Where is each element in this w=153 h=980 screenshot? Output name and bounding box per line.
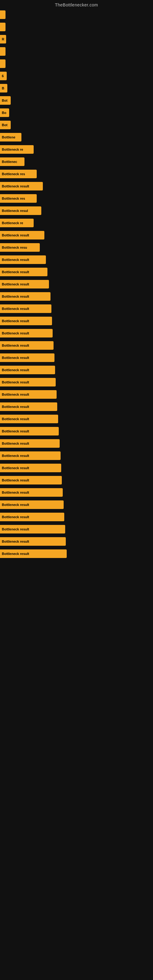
bar-row: Bottleneck resu [0,241,153,254]
result-bar: Bottleneck result [0,402,57,411]
result-bar [0,23,5,31]
bar-row: Bottleneck resul [0,205,153,217]
bar-row: Bottleneck result [0,388,153,401]
bars-container: R6BBotBoBotBottleneBottleneck reBottlene… [0,9,153,560]
bar-row: Bottleneck re [0,143,153,156]
result-bar: Bottlene [0,133,21,142]
result-bar: Bottleneck result [0,439,60,448]
result-bar [0,10,5,19]
result-bar: Bottleneck result [0,488,63,497]
bar-row [0,21,153,33]
result-bar: Bo [0,108,9,117]
result-bar: Bottleneck res [0,194,37,203]
bar-row: Bottleneck result [0,474,153,486]
bar-row: Bottlenec [0,156,153,168]
bar-row: Bottleneck result [0,339,153,352]
result-bar [0,59,5,68]
result-bar: Bottleneck result [0,537,66,546]
bar-row: Bottleneck result [0,266,153,278]
result-bar: Bot [0,96,11,105]
bar-row: Bottleneck result [0,302,153,315]
result-bar: Bottleneck result [0,329,53,337]
result-bar: Bottleneck result [0,464,61,472]
result-bar: Bottleneck result [0,476,62,485]
result-bar: Bottleneck result [0,415,58,423]
result-bar: Bottleneck result [0,427,59,436]
bar-row: Bottleneck result [0,425,153,438]
result-bar: Bottleneck result [0,255,46,264]
result-bar: 6 [0,72,7,80]
bar-row: Bottleneck result [0,486,153,499]
result-bar: Bottleneck resul [0,207,41,215]
site-title: TheBottlenecker.com [0,0,153,9]
bar-row: Bottleneck result [0,352,153,364]
result-bar: Bottleneck result [0,500,64,509]
bar-row: Bottleneck result [0,290,153,302]
result-bar: Bottleneck result [0,182,43,191]
bar-row: Bottleneck result [0,462,153,474]
bar-row: Bottleneck res [0,168,153,180]
bar-row: Bot [0,119,153,131]
bar-row: Bottleneck result [0,535,153,547]
result-bar: Bottleneck res [0,170,37,178]
result-bar: Bottleneck result [0,280,49,288]
bar-row: Bottleneck result [0,180,153,192]
bar-row: Bottleneck result [0,547,153,560]
bar-row: Bottleneck result [0,413,153,425]
bar-row: B [0,82,153,94]
bar-row: Bottleneck result [0,364,153,376]
result-bar: Bottleneck result [0,341,54,350]
result-bar: Bottleneck result [0,378,56,387]
result-bar: Bottleneck re [0,219,33,227]
bar-row: Bottleneck result [0,327,153,339]
bar-row: Bo [0,107,153,119]
result-bar: Bottleneck result [0,317,52,325]
result-bar: Bottleneck result [0,525,65,533]
bar-row: Bottleneck result [0,315,153,327]
result-bar: Bottleneck result [0,452,61,460]
bar-row: Bottleneck result [0,438,153,450]
bar-row: Bottleneck result [0,401,153,413]
bar-row [0,57,153,70]
bar-row: 6 [0,70,153,82]
bar-row: Bottleneck result [0,254,153,266]
result-bar: Bottleneck result [0,390,57,399]
result-bar: Bottlenec [0,158,24,166]
result-bar: Bot [0,121,11,129]
bar-row: Bottleneck result [0,511,153,523]
bar-row: Bottleneck result [0,450,153,462]
bar-row: Bottlene [0,131,153,143]
bar-row: Bottleneck result [0,523,153,535]
result-bar: Bottleneck result [0,549,67,558]
bar-row: R [0,33,153,45]
bar-row: Bottleneck res [0,192,153,205]
bar-row [0,45,153,57]
result-bar: Bottleneck re [0,145,33,154]
bar-row: Bottleneck re [0,217,153,229]
bar-row: Bot [0,94,153,107]
result-bar: Bottleneck result [0,366,55,374]
result-bar: Bottleneck result [0,304,51,313]
result-bar: Bottleneck resu [0,243,40,252]
result-bar: Bottleneck result [0,268,48,276]
bar-row: Bottleneck result [0,376,153,388]
result-bar [0,47,5,56]
bar-row [0,9,153,21]
result-bar: Bottleneck result [0,353,54,362]
result-bar: B [0,84,7,92]
bar-row: Bottleneck result [0,499,153,511]
result-bar: Bottleneck result [0,231,45,240]
bar-row: Bottleneck result [0,229,153,241]
result-bar: R [0,35,6,43]
bar-row: Bottleneck result [0,278,153,290]
result-bar: Bottleneck result [0,513,64,521]
result-bar: Bottleneck result [0,292,51,301]
